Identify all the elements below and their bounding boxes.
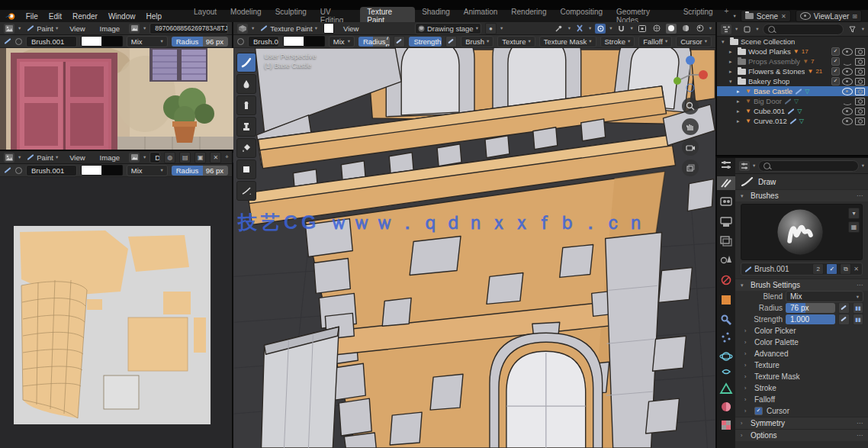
panel-color-picker[interactable]: ›Color Picker [735, 325, 868, 337]
panel-brush-settings-header[interactable]: ▾Brush Settings⋯ [735, 279, 868, 291]
shading-wireframe-icon[interactable] [651, 24, 662, 34]
proportional-editing-icon[interactable] [595, 24, 606, 34]
outliner-search-input[interactable] [763, 24, 844, 35]
camera-visibility-icon[interactable] [855, 108, 865, 115]
strength-pressure-icon[interactable] [445, 36, 457, 47]
eye-icon[interactable] [842, 78, 853, 85]
panel-cursor[interactable]: ›✓Cursor [735, 405, 868, 417]
users-count-button[interactable]: 2 [812, 263, 824, 275]
scene-browse-icon[interactable]: ▾ [733, 13, 735, 19]
secondary-color-swatch[interactable] [304, 36, 325, 47]
unlink-brush-icon[interactable]: ✕ [854, 266, 859, 272]
preview-checker-icon[interactable]: ▦ [848, 221, 860, 233]
eye-icon[interactable] [842, 48, 853, 56]
new-image-icon[interactable]: ▤ [179, 152, 191, 163]
tab-render-icon[interactable] [721, 198, 731, 205]
brush-name-field[interactable]: Brush.001 [248, 36, 279, 47]
tool-draw-button[interactable] [236, 53, 256, 73]
strength-unified-icon[interactable]: ▮▮ [853, 314, 863, 325]
outliner-row-props-assembly[interactable]: ▸ Props Assembly ▼7 ✓ [717, 56, 868, 66]
popover-texture[interactable]: Texture▾ [497, 36, 535, 47]
checkbox-icon[interactable]: ✓ [831, 47, 840, 56]
strength-pressure-icon[interactable] [838, 314, 850, 325]
tool-fill-button[interactable] [236, 138, 256, 158]
pin-icon[interactable]: ⌖ [225, 153, 229, 161]
popover-cursor[interactable]: Cursor▾ [676, 36, 712, 47]
tab-scene-icon[interactable] [722, 256, 732, 263]
reference-photo[interactable] [0, 48, 233, 150]
fake-user-shield-icon[interactable]: ✓ [826, 263, 837, 275]
perspective-toggle-button[interactable] [682, 160, 699, 176]
tab-modifiers-icon[interactable] [722, 316, 731, 325]
brush-datablock-icon[interactable] [15, 167, 22, 174]
shield-icon[interactable]: ◍ [164, 152, 175, 163]
tool-soften-button[interactable] [236, 74, 256, 94]
blend-mode-select[interactable]: Mix▾ [329, 36, 355, 47]
panel-texture[interactable]: ›Texture [735, 359, 868, 371]
tab-world-icon[interactable] [722, 276, 731, 285]
tool-smear-button[interactable] [236, 95, 256, 115]
camera-visibility-icon[interactable] [855, 78, 865, 85]
uv-texture-canvas[interactable] [14, 226, 211, 424]
viewlayer-new-icon[interactable]: ⊞ [852, 13, 857, 20]
radius-pressure-icon[interactable] [394, 36, 405, 47]
checkbox-icon[interactable]: ✓ [831, 77, 840, 85]
popover-texture-mask[interactable]: Texture Mask▾ [539, 36, 596, 47]
brush-name-field[interactable]: Brush.001 [26, 36, 77, 47]
shading-solid-icon[interactable] [666, 24, 677, 34]
editor-type-icon[interactable] [4, 153, 14, 163]
scene-selector[interactable]: Scene ✕ [741, 10, 791, 22]
scene-unlink-icon[interactable]: ✕ [781, 13, 786, 20]
camera-visibility-icon[interactable] [855, 58, 865, 66]
image-name-field[interactable]: 8970608856269783A8TJA5884821Y96.png [149, 23, 228, 34]
magnet-snap-icon[interactable] [616, 24, 626, 34]
brush-datablock-icon[interactable] [237, 38, 244, 45]
radius-slider[interactable]: 76 px [786, 303, 835, 313]
properties-options-icon[interactable]: ▾ [862, 163, 864, 169]
editor-type-icon[interactable] [237, 24, 248, 34]
tab-object-data-icon[interactable] [721, 384, 731, 393]
menu-edit[interactable]: Edit [43, 12, 67, 21]
panel-color-palette[interactable]: ›Color Palette [735, 337, 868, 348]
editor-type-icon[interactable] [739, 161, 750, 171]
menu-window[interactable]: Window [103, 12, 141, 21]
outliner-row-scene-collection[interactable]: ▾ Scene Collection [717, 37, 868, 47]
blend-select[interactable]: Mix▾ [786, 291, 863, 302]
tool-annotate-button[interactable] [236, 181, 256, 201]
color-swatches[interactable] [81, 165, 123, 176]
mode-color-swatch[interactable] [323, 23, 334, 34]
tab-constraints-icon[interactable] [722, 370, 730, 374]
color-swatches[interactable] [81, 36, 123, 47]
tool-mask-button[interactable] [236, 160, 256, 179]
display-mode-icon[interactable] [741, 24, 752, 34]
zoom-button[interactable] [682, 98, 699, 114]
blend-mode-select[interactable]: Mix▾ [127, 165, 168, 176]
color-swatches[interactable] [283, 36, 325, 47]
secondary-color-swatch[interactable] [102, 36, 123, 47]
camera-visibility-icon[interactable] [855, 118, 865, 125]
unlink-image-icon[interactable]: ✕ [210, 152, 221, 163]
eye-icon[interactable] [842, 108, 853, 115]
gizmo-z-axis-icon[interactable] [686, 56, 695, 65]
editor-type-icon[interactable] [722, 161, 731, 169]
gizmo-x-axis-icon[interactable] [699, 70, 708, 79]
checkbox-icon[interactable]: ✓ [831, 57, 840, 66]
outliner-row-cube-001[interactable]: ▸▼ Cube.001 ▽ [717, 106, 868, 116]
cursor-checkbox-icon[interactable]: ✓ [754, 407, 763, 415]
overlays-icon[interactable] [637, 24, 648, 34]
shading-material-icon[interactable] [680, 24, 691, 34]
outliner-row-flowers-stones[interactable]: ▸ Flowers & Stones ▼21 ✓ [717, 66, 868, 76]
camera-visibility-icon[interactable] [855, 98, 865, 105]
paint-mode-dropdown[interactable]: Paint▾ [24, 24, 60, 33]
panel-symmetry-header[interactable]: ›Symmetry⋯ [735, 417, 868, 429]
brush-preview[interactable]: ▾ ▦ [741, 204, 863, 260]
tab-object-icon[interactable] [722, 295, 731, 305]
radius-pressure-icon[interactable] [838, 302, 850, 314]
panel-stroke[interactable]: ›Stroke [735, 382, 868, 394]
properties-search-input[interactable] [758, 160, 858, 172]
primary-color-swatch[interactable] [81, 165, 102, 176]
eye-closed-icon[interactable] [842, 58, 853, 66]
radius-slider[interactable]: Radius96 px [172, 37, 228, 47]
gizmo-neg-z-icon[interactable] [686, 84, 694, 92]
panel-texture-mask[interactable]: ›Texture Mask [735, 371, 868, 382]
